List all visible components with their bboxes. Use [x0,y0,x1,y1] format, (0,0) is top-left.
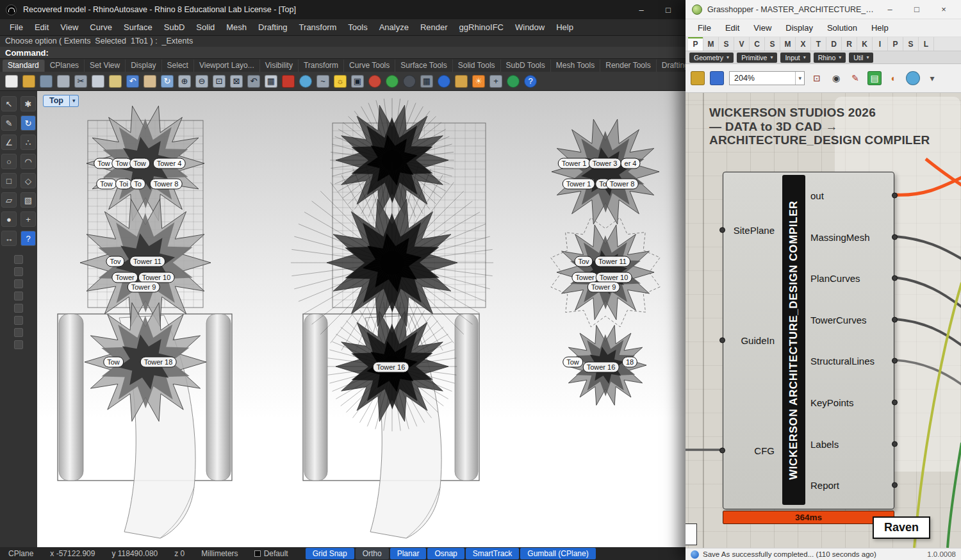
gh-output-port-keypoints[interactable] [892,400,898,406]
toolbar-tab-mesh-tools[interactable]: Mesh Tools [551,60,600,72]
toolbar-tab-cplanes[interactable]: CPlanes [45,60,85,72]
sidebar-toggle-icon[interactable] [14,316,23,325]
tower-label[interactable]: Tower 4 [153,158,186,169]
color-wheel-icon[interactable] [368,75,381,88]
lock-icon[interactable]: ▣ [351,75,364,88]
sidebar-toggle-icon[interactable] [14,340,23,349]
status-toggle-grid-snap[interactable]: Grid Snap [306,548,354,559]
shaded-view-icon[interactable] [403,75,416,88]
scale-icon[interactable]: ↔ [1,231,17,246]
preview-half-icon[interactable]: ◐ [887,71,901,85]
arc-icon[interactable]: ◠ [21,154,36,169]
print-icon[interactable] [57,75,70,88]
menu-tools[interactable]: Tools [342,20,373,35]
circle-icon[interactable]: ○ [1,154,17,169]
gh-category-tab-1-m[interactable]: M [703,37,719,51]
gh-output-port-report[interactable] [892,482,898,488]
tower-label[interactable]: Tow [94,158,114,169]
gh-maximize-button[interactable]: □ [903,0,930,19]
toolbar-tab-render-tools[interactable]: Render Tools [600,60,657,72]
gh-close-button[interactable]: × [930,0,957,19]
toolbar-tab-surface-tools[interactable]: Surface Tools [395,60,453,72]
cut-icon[interactable]: ✂ [74,75,87,88]
gh-panel-rhino[interactable]: Rhino▾ [814,53,846,63]
gh-input-port-cfg[interactable] [719,448,725,454]
menu-analyze[interactable]: Analyze [374,20,415,35]
gh-menu-view[interactable]: View [746,21,778,35]
gh-panel-util[interactable]: Util▾ [849,53,873,63]
polygon-icon[interactable]: ◇ [21,173,36,188]
zoom-selected-icon[interactable]: ⊠ [230,75,243,88]
copy-icon[interactable] [92,75,104,88]
toolbar-tab-subd-tools[interactable]: SubD Tools [501,60,551,72]
help-icon[interactable]: ? [524,75,537,88]
render-icon[interactable] [386,75,398,88]
gh-panel-geometry[interactable]: Geometry▾ [689,53,734,63]
tower-label[interactable]: Tov [106,256,124,267]
gh-menu-help[interactable]: Help [864,21,896,35]
author-tag[interactable]: Raven [873,516,930,539]
gh-category-tab-12-i[interactable]: I [873,37,888,51]
toolbar-tab-display[interactable]: Display [126,60,161,72]
gh-component-wickerson-compiler[interactable]: WICKERSON ARCHITECTURE_DESIGN COMPILER S… [723,172,894,509]
zoom-window-icon[interactable]: ⊕ [178,75,191,88]
zoom-frame-icon[interactable]: ⊡ [810,71,824,85]
tower-label[interactable]: er 4 [621,158,641,169]
sidebar-toggle-icon[interactable] [14,279,23,288]
tower-label[interactable]: Tower 8 [150,179,183,190]
preview-shaded-icon[interactable] [906,71,920,85]
zoom-extents-icon[interactable]: ⊡ [213,75,226,88]
command-history[interactable]: Choose option ( Extents Selected 1To1 ) … [0,36,686,47]
tower-label[interactable]: Tow [111,158,132,169]
status-toggle-planar[interactable]: Planar [390,548,427,559]
grid-toggle-icon[interactable]: ▦ [420,75,433,88]
wire-green[interactable] [948,443,961,548]
toolbar-tab-solid-tools[interactable]: Solid Tools [453,60,501,72]
new-file-icon[interactable] [5,75,18,88]
gh-minimize-button[interactable]: – [876,0,903,19]
move-icon[interactable]: + [21,211,36,227]
menu-help[interactable]: Help [550,20,579,35]
toolbar-tab-set-view[interactable]: Set View [85,60,126,72]
gh-output-port-structurallines[interactable] [892,358,898,364]
gh-category-tab-9-d[interactable]: D [826,37,842,51]
toolbar-tab-drafting[interactable]: Drafting [657,60,686,72]
toolbar-tab-curve-tools[interactable]: Curve Tools [344,60,395,72]
tower-label[interactable]: Tower 3 [589,158,621,169]
gh-category-tab-5-s[interactable]: S [765,37,780,51]
menu-transform[interactable]: Transform [293,20,343,35]
gh-output-port-out[interactable] [892,193,898,199]
wire-out-orange[interactable] [895,177,961,195]
curve-tools-icon[interactable]: ~ [316,75,329,88]
cplane-selector[interactable]: CPlane [0,549,42,558]
select-cursor-icon[interactable]: ↖ [1,96,17,111]
menu-drafting[interactable]: Drafting [252,20,293,35]
gh-category-tab-6-m[interactable]: M [780,37,796,51]
named-view-car-icon[interactable] [282,75,295,88]
toolbar-tab-viewport-layo[interactable]: Viewport Layo... [194,60,260,72]
maximize-button[interactable]: □ [655,0,682,19]
pan-hand-icon[interactable] [144,75,156,88]
gh-category-tab-2-s[interactable]: S [719,37,734,51]
menu-render[interactable]: Render [415,20,454,35]
rotate-view-icon[interactable]: ↻ [161,75,174,88]
wire-yellow[interactable] [914,283,961,548]
remote-panel-icon[interactable]: ▤ [867,71,882,85]
partial-component[interactable] [686,523,697,545]
display-mode-icon[interactable] [299,75,312,88]
annotate-pencil-icon[interactable]: ✎ [1,115,17,131]
gh-output-port-labels[interactable] [892,441,898,447]
preview-eye-icon[interactable]: ◉ [829,71,843,85]
minimize-button[interactable]: – [628,0,655,19]
material-sphere-icon[interactable] [438,75,450,88]
tower-label[interactable]: Tower 11 [129,256,165,267]
tower-label[interactable]: Tow [103,357,124,368]
units-indicator[interactable]: Millimeters [193,549,246,558]
open-file-icon[interactable] [22,75,35,88]
tower-label[interactable]: Tower 16 [373,362,409,373]
box-icon[interactable]: ▧ [21,192,36,208]
open-document-icon[interactable] [691,71,705,85]
gh-category-tab-7-x[interactable]: X [796,37,811,51]
tower-label[interactable]: Tower 11 [595,256,630,267]
gh-panel-primitive[interactable]: Primitive▾ [737,53,777,63]
